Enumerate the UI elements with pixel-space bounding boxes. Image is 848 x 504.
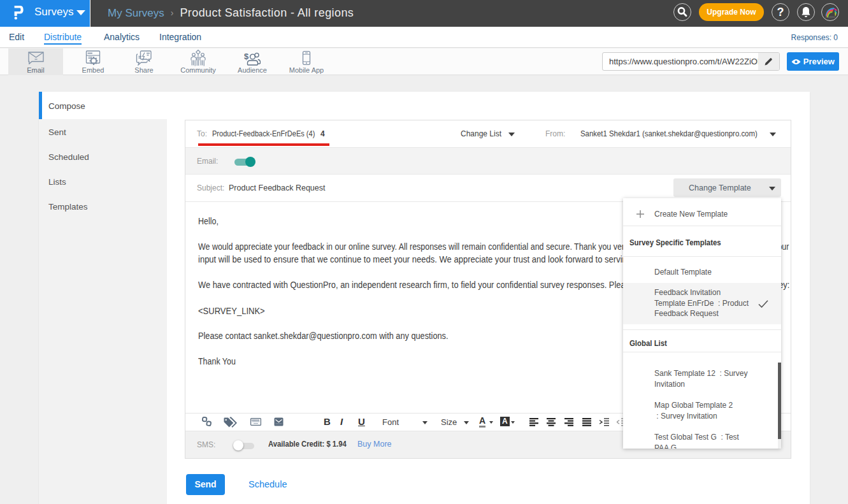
svg-text:$: $ (244, 52, 249, 61)
